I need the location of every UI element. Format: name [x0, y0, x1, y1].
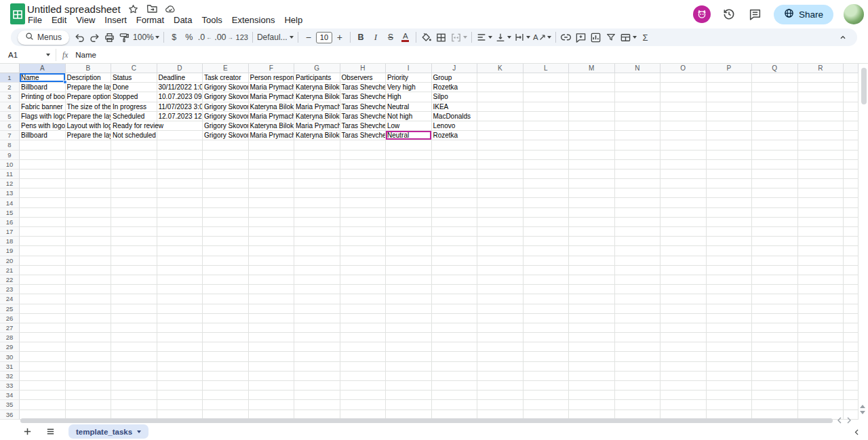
cell-K28[interactable]	[477, 333, 524, 342]
version-history-icon[interactable]	[721, 6, 737, 22]
cell-H21[interactable]	[340, 266, 387, 275]
cell-K17[interactable]	[477, 227, 524, 237]
cell-K3[interactable]	[477, 92, 524, 102]
cell-N12[interactable]	[615, 179, 661, 188]
cell-C35[interactable]	[111, 400, 157, 409]
cell-J5[interactable]: MacDonalds	[432, 112, 478, 121]
cell-A29[interactable]	[20, 342, 66, 352]
cell-N27[interactable]	[615, 323, 661, 333]
cell-L27[interactable]	[524, 323, 570, 333]
cell-J14[interactable]	[432, 198, 478, 207]
cell-partial-11[interactable]	[844, 169, 859, 179]
cell-H12[interactable]	[340, 179, 387, 188]
cell-C13[interactable]	[111, 188, 157, 198]
cell-A10[interactable]	[20, 160, 66, 169]
cell-D35[interactable]	[157, 400, 203, 409]
cell-P26[interactable]	[707, 314, 753, 323]
cell-R10[interactable]	[798, 160, 844, 169]
cell-J11[interactable]	[432, 169, 478, 179]
cell-M23[interactable]	[569, 285, 615, 294]
row-header-3[interactable]: 3	[0, 92, 20, 102]
increase-font-size-button[interactable]: +	[332, 30, 347, 45]
cell-R27[interactable]	[798, 323, 844, 333]
cell-O17[interactable]	[660, 227, 707, 237]
cell-I19[interactable]	[386, 246, 432, 256]
menu-view[interactable]: View	[71, 14, 100, 27]
redo-button[interactable]	[87, 30, 102, 45]
cell-M25[interactable]	[569, 304, 615, 314]
cell-P7[interactable]	[707, 131, 753, 140]
cell-F16[interactable]	[249, 218, 295, 227]
cell-H16[interactable]	[340, 218, 387, 227]
cell-I13[interactable]	[386, 188, 432, 198]
cell-D4[interactable]: 11/07/2023 3:00	[157, 102, 203, 112]
cell-C31[interactable]	[111, 362, 157, 372]
cell-O26[interactable]	[660, 314, 707, 323]
cell-A17[interactable]	[20, 227, 66, 237]
scroll-down-icon[interactable]	[860, 411, 865, 414]
cell-K12[interactable]	[477, 179, 524, 188]
more-formats-button[interactable]: 123	[235, 30, 250, 45]
cell-M12[interactable]	[569, 179, 615, 188]
cell-C26[interactable]	[111, 314, 157, 323]
cloud-status-icon[interactable]	[165, 3, 176, 14]
cell-J3[interactable]: Silpo	[432, 92, 478, 102]
cell-K5[interactable]	[477, 112, 524, 121]
cell-B29[interactable]	[66, 342, 112, 352]
cell-G15[interactable]	[294, 208, 340, 218]
cell-Q29[interactable]	[752, 342, 798, 352]
column-header-C[interactable]: C	[111, 64, 157, 73]
add-sheet-button[interactable]	[19, 424, 35, 440]
cell-P13[interactable]	[707, 188, 753, 198]
cell-H25[interactable]	[340, 304, 387, 314]
borders-button[interactable]	[434, 30, 449, 45]
cell-G18[interactable]	[294, 237, 340, 246]
cell-G27[interactable]	[294, 323, 340, 333]
cell-E22[interactable]	[203, 275, 249, 285]
cell-E30[interactable]	[203, 352, 249, 361]
cell-partial-23[interactable]	[844, 285, 859, 294]
cell-P16[interactable]	[707, 218, 753, 227]
cell-I4[interactable]: Neutral	[386, 102, 432, 112]
cell-C28[interactable]	[111, 333, 157, 342]
text-wrap-button[interactable]	[513, 30, 532, 45]
cell-Q24[interactable]	[752, 294, 798, 304]
cell-N33[interactable]	[615, 381, 661, 391]
cell-O25[interactable]	[660, 304, 707, 314]
cell-D18[interactable]	[157, 237, 203, 246]
cell-B9[interactable]	[66, 151, 112, 160]
cell-C29[interactable]	[111, 342, 157, 352]
cell-J24[interactable]	[432, 294, 478, 304]
cell-E20[interactable]	[203, 256, 249, 266]
cell-H2[interactable]: Taras Shevchenko	[340, 83, 387, 92]
cell-L10[interactable]	[524, 160, 570, 169]
cell-G10[interactable]	[294, 160, 340, 169]
cell-partial-14[interactable]	[844, 198, 859, 207]
cell-H8[interactable]	[340, 140, 387, 150]
cell-Q1[interactable]	[752, 73, 798, 83]
cell-J2[interactable]: Rozetka	[432, 83, 478, 92]
cell-M13[interactable]	[569, 188, 615, 198]
row-header-4[interactable]: 4	[0, 102, 20, 112]
cell-I1[interactable]: Priority	[386, 73, 432, 83]
cell-Q35[interactable]	[752, 400, 798, 409]
cell-B16[interactable]	[66, 218, 112, 227]
zoom-selector[interactable]: 100%	[132, 30, 161, 45]
cell-J34[interactable]	[432, 391, 478, 400]
cell-G13[interactable]	[294, 188, 340, 198]
cell-F22[interactable]	[249, 275, 295, 285]
cell-D17[interactable]	[157, 227, 203, 237]
cell-K13[interactable]	[477, 188, 524, 198]
cell-C34[interactable]	[111, 391, 157, 400]
cell-E25[interactable]	[203, 304, 249, 314]
cell-I10[interactable]	[386, 160, 432, 169]
row-header-11[interactable]: 11	[0, 169, 20, 179]
cell-L22[interactable]	[524, 275, 570, 285]
cell-F25[interactable]	[249, 304, 295, 314]
cell-D22[interactable]	[157, 275, 203, 285]
cell-C19[interactable]	[111, 246, 157, 256]
cell-I32[interactable]	[386, 372, 432, 381]
cell-D12[interactable]	[157, 179, 203, 188]
cell-B18[interactable]	[66, 237, 112, 246]
cell-G3[interactable]: Kateryna Bilokur	[294, 92, 340, 102]
